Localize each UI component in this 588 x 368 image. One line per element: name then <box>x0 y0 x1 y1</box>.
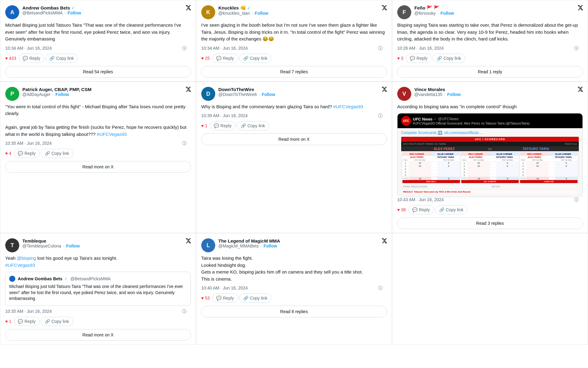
read-replies-label: Read 8 replies <box>280 309 308 314</box>
read-replies-label: Read more on X <box>278 137 310 142</box>
username: @TemblequeCulona <box>22 243 61 248</box>
reply-button[interactable]: 💬 Reply <box>212 54 238 63</box>
copy-link-button[interactable]: 🔗 Copy link <box>45 54 78 63</box>
read-replies-button[interactable]: Read more on X <box>201 133 387 145</box>
tweet-header: T Tembleque @TemblequeCulona · Follow <box>5 238 191 252</box>
heart-icon: ♥ <box>397 207 400 212</box>
username: @knuckles_stan <box>218 11 250 16</box>
copy-link-button[interactable]: 🔗 Copy link <box>239 54 272 63</box>
flag-icon: 🚩 <box>434 5 439 11</box>
reply-button[interactable]: 💬 Reply <box>408 205 434 214</box>
avatar: L <box>201 238 215 252</box>
tweet-body: Yeah @bisping lost his good eye up Taira… <box>5 255 191 269</box>
svg-text:D: D <box>206 91 210 97</box>
reply-button[interactable]: 💬 Reply <box>14 317 40 326</box>
info-icon: ⓘ <box>378 286 383 291</box>
read-replies-button[interactable]: Read 8 replies <box>201 306 387 317</box>
chain-icon: 🔗 <box>437 56 442 61</box>
quoted-tweet: Andrew Gombas Bets ✓ @BetsandPicksMMA Mi… <box>5 272 191 306</box>
copy-label: Copy link <box>446 207 464 212</box>
x-logo <box>577 86 583 92</box>
x-logo <box>185 238 191 244</box>
read-replies-label: Read 1 reply <box>478 69 502 74</box>
follow-button[interactable]: Follow <box>66 243 80 248</box>
tweet-actions: ♥ 25 💬 Reply 🔗 Copy link <box>201 54 387 63</box>
chain-icon: 🔗 <box>45 151 50 156</box>
read-replies-button[interactable]: Read more on X <box>5 329 191 341</box>
chain-icon: 🔗 <box>243 296 248 301</box>
quoted-body: Michael Bisping just told Tatsuro Taira … <box>9 284 187 302</box>
display-name: DownToTheWire <box>218 87 254 92</box>
user-info: Andrew Gombas Bets ✓ @BetsandPicksMMA · … <box>22 5 191 15</box>
copy-label: Copy link <box>250 296 268 301</box>
tweet-actions: ♥ 4 💬 Reply 🔗 Copy link <box>5 149 191 158</box>
hashtag-link[interactable]: #UFCVegas93 <box>97 132 127 137</box>
tweet-body: "You were in total control of this fight… <box>5 103 191 138</box>
heart-icon: ♥ <box>201 123 204 128</box>
hashtag-link[interactable]: #UFCVegas93 <box>5 263 35 268</box>
copy-label: Copy link <box>250 56 268 61</box>
tweet-header: P Patrick Auger, CBAP, PMP, CSM @AllDayA… <box>5 87 191 101</box>
avatar: K <box>201 5 215 19</box>
read-replies-button[interactable]: Read 3 replies <box>397 217 583 229</box>
reply-icon: 💬 <box>410 56 415 61</box>
reply-button[interactable]: 💬 Reply <box>19 54 44 63</box>
follow-button[interactable]: Follow <box>55 92 69 97</box>
username: @fenoxsky <box>414 11 435 16</box>
tweet-card: D DownToTheWire @DownToTheWire6 · Follow <box>196 82 392 233</box>
like-count: ♥ 1 <box>201 123 207 128</box>
read-replies-button[interactable]: Read 54 replies <box>5 66 191 78</box>
read-replies-button[interactable]: Read 1 reply <box>397 66 583 78</box>
info-icon: ⓘ <box>182 309 187 314</box>
copy-link-button[interactable]: 🔗 Copy link <box>435 205 468 214</box>
separator: · <box>444 92 445 97</box>
user-info: Patrick Auger, CBAP, PMP, CSM @AllDayAug… <box>22 87 191 97</box>
reply-icon: 💬 <box>216 56 221 61</box>
copy-link-button[interactable]: 🔗 Copy link <box>237 121 269 130</box>
follow-button[interactable]: Follow <box>440 11 454 16</box>
copy-link-button[interactable]: 🔗 Copy link <box>41 149 73 158</box>
svg-text:F: F <box>403 9 406 15</box>
chain-icon: 🔗 <box>243 56 248 61</box>
follow-button[interactable]: Follow <box>255 11 268 16</box>
read-replies-button[interactable]: Read 7 replies <box>201 66 387 78</box>
tweet-body: Taira was losing the fight.Looked hindsi… <box>201 255 387 282</box>
tweet-time: 10:39 AM · Jun 16, 2024 ⓘ <box>201 113 387 118</box>
reply-label: Reply <box>24 151 36 156</box>
username: @MagicM_MMABets <box>218 243 259 248</box>
reply-button[interactable]: 💬 Reply <box>406 54 432 63</box>
reply-button[interactable]: 💬 Reply <box>14 149 40 158</box>
reply-button[interactable]: 💬 Reply <box>210 121 236 130</box>
tweet-header: L The Legend of MagicM MMA @MagicM_MMABe… <box>201 238 387 252</box>
tweet-header: F Feño 🚩 🚩 @fenoxsky · Follow <box>397 5 583 19</box>
display-name: Patrick Auger, CBAP, PMP, CSM <box>22 87 92 92</box>
read-replies-button[interactable]: Read more on X <box>5 161 191 173</box>
svg-text:P: P <box>10 91 14 97</box>
follow-button[interactable]: Follow <box>264 243 277 248</box>
x-logo <box>381 86 387 92</box>
reply-button[interactable]: 💬 Reply <box>212 293 238 303</box>
tweet-time: 10:34 AM · Jun 16, 2024 ⓘ <box>201 46 387 51</box>
svg-text:T: T <box>11 242 14 248</box>
info-icon: ⓘ <box>574 46 579 51</box>
heart-icon: ♥ <box>5 151 8 156</box>
tweet-actions: ♥ 53 💬 Reply 🔗 Copy link <box>201 293 387 303</box>
hashtag-link[interactable]: #UFCVegas93 <box>334 104 364 109</box>
follow-button[interactable]: Follow <box>447 92 461 97</box>
mention-link[interactable]: @bisping <box>17 255 36 261</box>
follow-button[interactable]: Follow <box>68 10 81 15</box>
info-icon: ⓘ <box>378 46 383 51</box>
copy-link-button[interactable]: 🔗 Copy link <box>433 54 465 63</box>
tweet-body: I've seen glazing in the booth before bu… <box>201 22 387 43</box>
reply-label: Reply <box>29 56 40 61</box>
avatar: D <box>201 87 215 101</box>
separator: · <box>261 243 262 248</box>
tweet-time: 10:26 AM · Jun 16, 2024 ⓘ <box>397 46 583 51</box>
follow-button[interactable]: Follow <box>262 92 275 97</box>
avatar: A <box>5 5 19 19</box>
copy-link-button[interactable]: 🔗 Copy link <box>239 293 272 303</box>
username: @vandetta135 <box>414 92 442 97</box>
scorecard-news-name: UFC News <box>413 117 432 121</box>
display-name: Vince Morales <box>414 87 445 92</box>
copy-link-button[interactable]: 🔗 Copy link <box>41 317 73 326</box>
